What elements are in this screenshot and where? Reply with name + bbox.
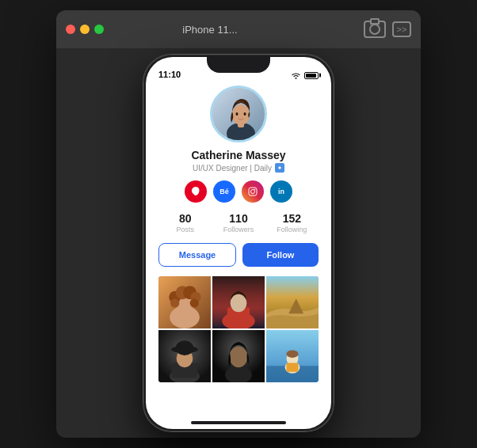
svg-point-19 — [190, 298, 199, 307]
social-behance-button[interactable]: Bé — [213, 180, 235, 203]
home-indicator — [191, 421, 286, 424]
simulator-window: iPhone 11... >> 11:10 — [56, 10, 421, 438]
profile-content: Catherine Massey UI/UX Designer | Daily — [146, 82, 331, 418]
svg-point-9 — [251, 190, 255, 194]
svg-point-25 — [231, 294, 247, 313]
following-value: 152 — [283, 212, 301, 225]
social-linkedin-button[interactable]: in — [270, 180, 292, 203]
stat-posts: 80 Posts — [158, 212, 212, 233]
svg-point-34 — [176, 340, 194, 355]
iphone-screen: 11:10 — [146, 57, 331, 429]
svg-point-5 — [236, 112, 238, 116]
following-label: Following — [277, 226, 307, 233]
bio-icon — [275, 163, 284, 173]
photo-4[interactable] — [158, 330, 211, 382]
photo-5[interactable] — [212, 330, 265, 382]
wifi-icon — [291, 71, 301, 79]
posts-label: Posts — [176, 226, 194, 233]
simulator-body: 11:10 — [137, 48, 340, 438]
social-links: Bé in — [185, 180, 292, 203]
profile-name: Catherine Massey — [191, 149, 285, 161]
toolbar-icons: >> — [364, 21, 411, 38]
stat-followers: 110 Followers — [212, 212, 265, 233]
profile-bio: UI/UX Designer | Daily — [193, 163, 284, 173]
svg-point-44 — [286, 350, 298, 357]
svg-rect-43 — [286, 363, 298, 371]
battery-icon — [304, 72, 319, 79]
followers-value: 110 — [229, 212, 247, 225]
iphone-notch — [207, 57, 270, 73]
svg-rect-8 — [249, 188, 257, 196]
avatar — [210, 85, 267, 142]
title-bar: iPhone 11... >> — [56, 10, 421, 48]
stats-row: 80 Posts 110 Followers 152 Following — [158, 212, 319, 233]
action-buttons: Message Follow — [158, 243, 319, 267]
window-title: iPhone 11... — [63, 24, 357, 36]
photo-grid — [158, 276, 319, 382]
photo-2[interactable] — [212, 276, 265, 328]
stat-following: 152 Following — [265, 212, 319, 233]
iphone-frame: 11:10 — [143, 55, 334, 431]
avatar-image — [212, 88, 265, 140]
photo-3[interactable] — [266, 276, 319, 328]
status-time: 11:10 — [158, 70, 181, 79]
message-button[interactable]: Message — [158, 243, 236, 267]
svg-point-6 — [244, 112, 246, 116]
svg-point-10 — [254, 189, 256, 191]
social-pinterest-button[interactable] — [185, 180, 207, 203]
photo-1[interactable] — [158, 276, 211, 328]
followers-label: Followers — [223, 226, 254, 233]
social-instagram-button[interactable] — [242, 180, 264, 203]
screenshot-icon[interactable] — [364, 21, 386, 38]
follow-button[interactable]: Follow — [242, 243, 319, 267]
photo-6[interactable] — [266, 330, 319, 382]
svg-point-4 — [232, 104, 250, 125]
avatar-svg — [212, 88, 265, 140]
posts-value: 80 — [179, 212, 192, 225]
status-icons — [291, 71, 319, 79]
bio-text: UI/UX Designer | Daily — [193, 164, 272, 173]
svg-point-38 — [230, 347, 248, 367]
more-options-button[interactable]: >> — [392, 21, 411, 37]
svg-point-20 — [170, 298, 179, 307]
